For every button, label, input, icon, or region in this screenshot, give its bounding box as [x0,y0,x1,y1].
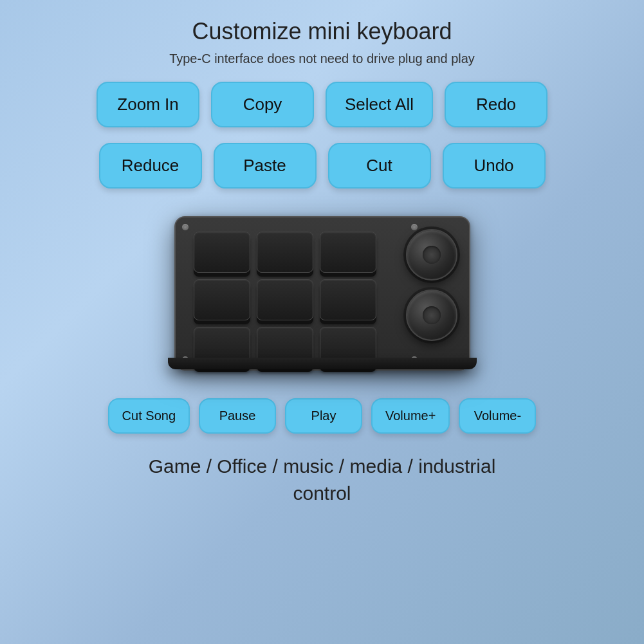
hw-key-1 [194,232,250,273]
paste-button[interactable]: Paste [214,143,317,189]
button-row-2: Reduce Paste Cut Undo [99,143,546,189]
cut-button[interactable]: Cut [328,143,431,189]
keyboard-image [149,200,496,387]
hw-key-5 [257,279,313,320]
redo-button[interactable]: Redo [445,82,547,127]
button-row-1: Zoom In Copy Select All Redo [97,82,547,127]
knob-bottom[interactable] [406,290,457,341]
reduce-button[interactable]: Reduce [99,143,202,189]
footer-text: Game / Office / music / media / industri… [149,453,496,507]
key-grid [194,232,376,368]
hw-key-4 [194,279,250,320]
cut-song-button[interactable]: Cut Song [108,398,190,434]
zoom-in-button[interactable]: Zoom In [97,82,199,127]
copy-button[interactable]: Copy [211,82,314,127]
volume-plus-button[interactable]: Volume+ [371,398,450,434]
hw-key-6 [320,279,376,320]
keyboard-body [174,216,470,371]
hw-key-3 [320,232,376,273]
bottom-button-row: Cut Song Pause Play Volume+ Volume- [108,398,537,434]
page-title: Customize mini keyboard [192,18,452,45]
subtitle: Type-C interface does not need to drive … [169,51,475,66]
volume-minus-button[interactable]: Volume- [459,398,536,434]
pause-button[interactable]: Pause [199,398,276,434]
keyboard-platform [168,358,477,369]
select-all-button[interactable]: Select All [326,82,433,127]
undo-button[interactable]: Undo [443,143,546,189]
screw-top-left [182,224,189,230]
knob-top[interactable] [406,229,457,281]
play-button[interactable]: Play [285,398,362,434]
hw-key-2 [257,232,313,273]
knob-area [406,229,457,341]
